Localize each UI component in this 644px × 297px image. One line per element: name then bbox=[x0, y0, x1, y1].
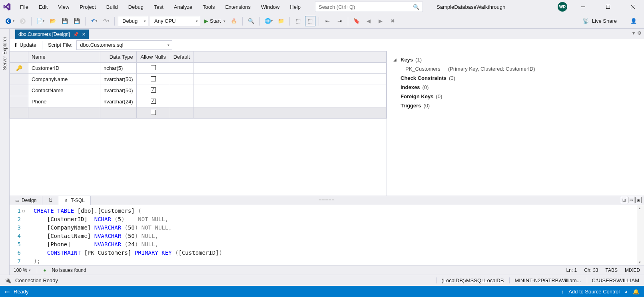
menu-file[interactable]: File bbox=[15, 2, 33, 12]
cell-nulls[interactable] bbox=[136, 85, 170, 96]
prev-bookmark-button[interactable]: ◀ bbox=[363, 16, 374, 26]
cell-type[interactable]: nchar(5) bbox=[100, 63, 137, 74]
pane-layout-2[interactable]: ▭ bbox=[628, 197, 634, 203]
server-explorer-tab[interactable]: Server Explorer bbox=[0, 29, 10, 275]
menu-project[interactable]: Project bbox=[75, 2, 100, 12]
indent-button[interactable]: ⇥ bbox=[334, 16, 345, 26]
cell-default[interactable] bbox=[170, 96, 193, 107]
clear-bookmarks-button[interactable]: ✖ bbox=[387, 16, 398, 26]
cell-type[interactable]: nvarchar(50) bbox=[100, 74, 137, 85]
menu-tools[interactable]: Tools bbox=[198, 2, 219, 12]
splitter-handle[interactable]: ━━━━━ bbox=[319, 198, 335, 202]
cell-nulls[interactable] bbox=[136, 96, 170, 107]
pin-icon[interactable]: 📌 bbox=[73, 32, 79, 37]
cell-type[interactable] bbox=[100, 107, 137, 119]
minimize-button[interactable] bbox=[574, 0, 592, 13]
source-control-button[interactable]: Add to Source Control bbox=[568, 289, 620, 295]
outdent-button[interactable]: ⇤ bbox=[322, 16, 333, 26]
icon-2[interactable]: ⬚ bbox=[305, 16, 315, 26]
nav-forward-button[interactable] bbox=[18, 16, 28, 26]
col-default-header[interactable]: Default bbox=[170, 51, 193, 63]
keys-node[interactable]: ◢Keys (1) bbox=[393, 55, 638, 64]
sql-editor[interactable]: ⊟ 1234567 CREATE TABLE [dbo].[Customers]… bbox=[10, 205, 644, 265]
checkbox-icon[interactable] bbox=[151, 99, 156, 104]
cell-type[interactable]: nvarchar(50) bbox=[100, 85, 137, 96]
checkbox-icon[interactable] bbox=[151, 110, 156, 115]
menu-help[interactable]: Help bbox=[285, 2, 305, 12]
notifications-icon[interactable]: 🔔 bbox=[633, 289, 639, 295]
save-all-button[interactable]: 💾 bbox=[72, 16, 82, 26]
menu-test[interactable]: Test bbox=[149, 2, 168, 12]
col-datatype-header[interactable]: Data Type bbox=[100, 51, 137, 63]
close-icon[interactable]: ✕ bbox=[82, 32, 86, 37]
redo-button[interactable]: ↷▾ bbox=[101, 16, 111, 26]
gear-icon[interactable]: ⚙ bbox=[637, 30, 642, 36]
code-text[interactable]: CREATE TABLE [dbo].[Customers] ( [Custom… bbox=[34, 205, 644, 265]
pane-layout-1[interactable]: ◫ bbox=[621, 197, 627, 203]
cell-name[interactable]: Phone bbox=[28, 96, 100, 107]
table-row[interactable]: Phone nvarchar(24) bbox=[10, 96, 387, 107]
new-project-button[interactable]: 📄▾ bbox=[35, 16, 46, 26]
lineending-indicator[interactable]: MIXED bbox=[625, 267, 640, 273]
menu-build[interactable]: Build bbox=[102, 2, 123, 12]
browser-link-button[interactable]: 🌐▾ bbox=[263, 16, 274, 26]
platform-dropdown[interactable]: Any CPU bbox=[150, 16, 200, 26]
save-button[interactable]: 💾 bbox=[60, 16, 70, 26]
triggers-node[interactable]: Triggers (0) bbox=[393, 101, 638, 110]
live-share-icon[interactable]: 📡 bbox=[582, 18, 589, 24]
check-node[interactable]: Check Constraints (0) bbox=[393, 73, 638, 83]
find-in-files-button[interactable]: 🔍 bbox=[246, 16, 256, 26]
tab-overflow-icon[interactable]: ▾ bbox=[632, 30, 635, 36]
columns-grid[interactable]: Name Data Type Allow Nulls Default 🔑 Cus… bbox=[10, 51, 387, 119]
tab-design[interactable]: ▭Design bbox=[10, 196, 42, 205]
fold-icon[interactable]: ⊟ bbox=[22, 207, 25, 215]
col-name-header[interactable]: Name bbox=[28, 51, 100, 63]
cell-name[interactable]: CompanyName bbox=[28, 74, 100, 85]
bookmark-button[interactable]: 🔖 bbox=[351, 16, 362, 26]
cell-nulls[interactable] bbox=[136, 107, 170, 119]
menu-view[interactable]: View bbox=[53, 2, 74, 12]
avatar[interactable]: WR bbox=[558, 2, 567, 12]
indexes-node[interactable]: Indexes (0) bbox=[393, 83, 638, 92]
nav-back-button[interactable]: ▾ bbox=[3, 16, 16, 26]
table-row[interactable]: CompanyName nvarchar(50) bbox=[10, 74, 387, 85]
menu-extensions[interactable]: Extensions bbox=[220, 2, 255, 12]
cell-nulls[interactable] bbox=[136, 63, 170, 74]
config-dropdown[interactable]: Debug bbox=[118, 16, 148, 26]
maximize-button[interactable] bbox=[599, 0, 617, 13]
cell-default[interactable] bbox=[170, 85, 193, 96]
open-file-button[interactable]: 📂 bbox=[48, 16, 58, 26]
search-input[interactable] bbox=[319, 4, 413, 10]
cell-default[interactable] bbox=[170, 107, 193, 119]
cell-name[interactable]: CustomerID bbox=[28, 63, 100, 74]
update-button[interactable]: ⬆ Update bbox=[14, 42, 36, 48]
col-allownulls-header[interactable]: Allow Nulls bbox=[136, 51, 170, 63]
chevron-up-icon[interactable]: ▲ bbox=[624, 289, 628, 293]
pk-item[interactable]: PK_Customers (Primary Key, Clustered: Cu… bbox=[393, 64, 638, 73]
cell-nulls[interactable] bbox=[136, 74, 170, 85]
table-new-row[interactable] bbox=[10, 107, 387, 119]
menu-edit[interactable]: Edit bbox=[34, 2, 52, 12]
checkbox-icon[interactable] bbox=[151, 65, 156, 70]
zoom-dropdown[interactable]: 100 %▾ bbox=[14, 267, 31, 273]
start-button[interactable]: ▶Start bbox=[202, 16, 227, 26]
cell-type[interactable]: nvarchar(24) bbox=[100, 96, 137, 107]
search-box[interactable]: 🔍 bbox=[315, 2, 423, 12]
cell-name[interactable] bbox=[28, 107, 100, 119]
pane-layout-3[interactable]: ▣ bbox=[635, 197, 642, 203]
cell-name[interactable]: ContactName bbox=[28, 85, 100, 96]
swap-panes-button[interactable]: ⇅ bbox=[42, 196, 58, 205]
tabs-indicator[interactable]: TABS bbox=[606, 267, 618, 273]
table-row[interactable]: 🔑 CustomerID nchar(5) bbox=[10, 63, 387, 74]
undo-button[interactable]: ↶▾ bbox=[89, 16, 99, 26]
file-nesting-button[interactable]: 📁 bbox=[276, 16, 286, 26]
checkbox-icon[interactable] bbox=[151, 87, 156, 93]
fk-node[interactable]: Foreign Keys (0) bbox=[393, 92, 638, 101]
menu-analyze[interactable]: Analyze bbox=[169, 2, 197, 12]
editor-scrollbar[interactable] bbox=[637, 205, 644, 265]
expand-icon[interactable]: ◢ bbox=[393, 57, 398, 62]
table-row[interactable]: ContactName nvarchar(50) bbox=[10, 85, 387, 96]
feedback-icon[interactable]: 👤 bbox=[630, 18, 637, 24]
cell-default[interactable] bbox=[170, 63, 193, 74]
close-button[interactable] bbox=[624, 0, 642, 13]
